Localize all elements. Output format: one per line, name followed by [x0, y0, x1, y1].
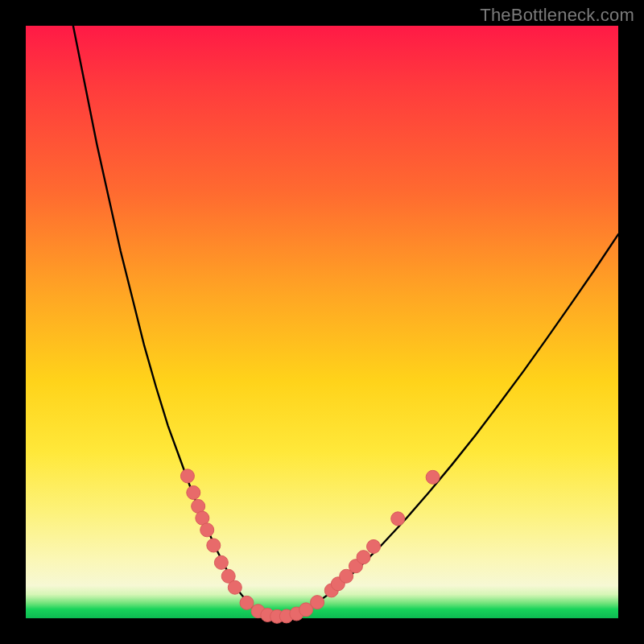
curve-markers	[180, 469, 440, 623]
data-marker	[240, 596, 254, 609]
data-marker	[357, 551, 370, 564]
data-marker	[214, 555, 228, 569]
chart-frame: TheBottleneck.com	[0, 0, 644, 644]
data-marker	[367, 539, 381, 553]
data-marker	[207, 539, 221, 552]
curve-svg	[26, 26, 618, 618]
data-marker	[200, 523, 214, 537]
data-marker	[187, 485, 200, 499]
data-marker	[426, 470, 440, 484]
watermark-text: TheBottleneck.com	[480, 5, 634, 26]
data-marker	[228, 580, 242, 594]
data-marker	[391, 512, 405, 526]
bottleneck-curve	[73, 26, 618, 617]
data-marker	[311, 596, 324, 609]
data-marker	[180, 469, 194, 483]
plot-area	[26, 26, 618, 618]
